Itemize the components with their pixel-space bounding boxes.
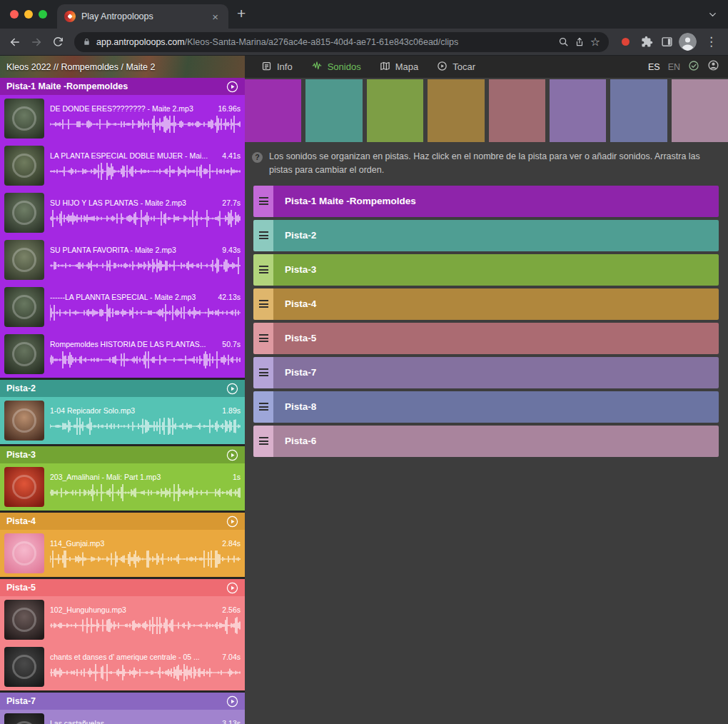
tab-search-chevron-icon[interactable] xyxy=(697,9,728,20)
drag-handle-icon xyxy=(259,368,268,376)
profile-avatar[interactable] xyxy=(679,33,697,51)
back-button[interactable] xyxy=(4,31,26,53)
browser-tab[interactable]: Play Antropoloops × xyxy=(57,4,228,29)
clip-duration: 9.43s xyxy=(222,246,241,254)
lang-es-button[interactable]: ES xyxy=(648,62,660,72)
play-track-button[interactable] xyxy=(226,695,238,708)
track-row[interactable]: Pista-5 xyxy=(253,323,719,354)
clip[interactable]: 114_Gunjai.mp32.84s xyxy=(0,530,245,577)
side-panel-icon[interactable] xyxy=(657,32,677,52)
track-name[interactable]: Pista-4 xyxy=(6,516,36,526)
track-header[interactable]: Pista-3 xyxy=(0,446,245,463)
clip[interactable]: 1-04 Repicador Solo.mp31.89s xyxy=(0,397,245,444)
clip[interactable]: DE DONDE ERES???????? - Maite 2.mp316.96… xyxy=(0,95,245,142)
clip-name: Rompemoldes HISTORIA DE LAS PLANTAS... xyxy=(50,340,218,348)
tab-title: Play Antropoloops xyxy=(81,11,203,21)
track-name[interactable]: Pista-2 xyxy=(6,383,36,393)
reload-button[interactable] xyxy=(47,31,69,53)
track-row[interactable]: Pista-8 xyxy=(253,391,719,423)
clip[interactable]: 102_Hunguhungu.mp32.56s xyxy=(0,596,245,643)
drag-handle[interactable] xyxy=(253,288,273,320)
clip-thumbnail xyxy=(4,467,44,507)
track-row[interactable]: Pista-7 xyxy=(253,357,719,388)
content: Pista-1 Maite -Rompemoldes DE DONDE ERES… xyxy=(0,78,728,724)
breadcrumb[interactable]: Kleos 2022 // Rompemoldes / Maite 2 xyxy=(0,56,245,78)
play-track-button[interactable] xyxy=(226,582,238,594)
clip-duration: 3.13s xyxy=(222,719,241,724)
site-favicon-icon xyxy=(64,11,76,22)
play-circle-icon xyxy=(437,61,448,74)
clip[interactable]: ------LA PLANNTA ESPECIAL - Maite 2.mp34… xyxy=(0,283,245,331)
help-row: ? Los sonidos se organizan en pistas. Ha… xyxy=(245,142,728,181)
drag-handle[interactable] xyxy=(253,426,273,457)
lang-en-button[interactable]: EN xyxy=(668,62,680,72)
clip[interactable]: chants et danses d' amerique centrale - … xyxy=(0,643,245,690)
drag-handle-icon xyxy=(259,300,268,308)
track-name[interactable]: Pista-3 xyxy=(6,450,36,460)
track-name[interactable]: Pista-7 xyxy=(6,696,36,706)
recording-extension-icon[interactable] xyxy=(622,38,630,46)
extensions-puzzle-icon[interactable] xyxy=(637,32,657,52)
track-header[interactable]: Pista-5 xyxy=(0,579,245,596)
window-close-button[interactable] xyxy=(10,10,19,19)
track-header[interactable]: Pista-4 xyxy=(0,513,245,530)
track-row[interactable]: Pista-6 xyxy=(253,426,719,457)
saved-check-icon[interactable] xyxy=(688,60,699,74)
track-section: Pista-7 Las castañuelas3.13s xyxy=(0,693,245,724)
address-bar[interactable]: app.antropoloops.com/Kleos-Santa-Marina/… xyxy=(74,32,609,52)
clip[interactable]: LA PLANTA ESPECIAL DOBLE MUJER - Mai...4… xyxy=(0,142,245,189)
share-icon[interactable] xyxy=(575,36,585,48)
clip[interactable]: SU PLANTA FAVORITA - Maite 2.mp39.43s xyxy=(0,236,245,283)
drag-handle[interactable] xyxy=(253,220,273,251)
clip[interactable]: 203_Amalihani - Mali: Part 1.mp31s xyxy=(0,463,245,511)
play-track-button[interactable] xyxy=(226,449,238,461)
clip-name: 1-04 Repicador Solo.mp3 xyxy=(50,406,218,415)
clip-thumbnail xyxy=(4,401,44,441)
waveform xyxy=(50,616,241,635)
drag-handle[interactable] xyxy=(253,391,273,423)
waveform xyxy=(50,351,241,369)
track-row[interactable]: Pista-1 Maite -Rompemoldes xyxy=(253,186,719,217)
clip-duration: 2.84s xyxy=(222,539,241,548)
track-header[interactable]: Pista-1 Maite -Rompemoldes xyxy=(0,78,245,95)
track-row[interactable]: Pista-3 xyxy=(253,254,719,286)
window-minimize-button[interactable] xyxy=(24,10,33,19)
lock-icon xyxy=(83,37,91,46)
drag-handle[interactable] xyxy=(253,254,273,286)
play-track-button[interactable] xyxy=(226,383,238,395)
track-row[interactable]: Pista-2 xyxy=(253,220,719,251)
play-track-button[interactable] xyxy=(226,516,238,528)
track-name[interactable]: Pista-5 xyxy=(6,583,36,593)
track-name[interactable]: Pista-1 Maite -Rompemoldes xyxy=(6,81,128,91)
track-header[interactable]: Pista-7 xyxy=(0,693,245,710)
drag-handle[interactable] xyxy=(253,186,273,217)
palette-swatch xyxy=(245,79,301,142)
tab-info[interactable]: Info xyxy=(253,56,300,78)
tab-mapa[interactable]: Mapa xyxy=(372,56,427,78)
browser-menu-icon[interactable]: ⋮ xyxy=(699,34,724,49)
new-tab-button[interactable]: + xyxy=(228,6,254,23)
tab-tocar[interactable]: Tocar xyxy=(429,56,483,78)
tab-sonidos[interactable]: Sonidos xyxy=(303,56,369,78)
play-track-button[interactable] xyxy=(226,81,238,93)
app-nav: Info Sonidos Mapa Tocar xyxy=(245,56,483,78)
window-zoom-button[interactable] xyxy=(39,10,47,19)
track-header[interactable]: Pista-2 xyxy=(0,380,245,397)
account-icon[interactable] xyxy=(707,59,719,74)
clip[interactable]: Rompemoldes HISTORIA DE LAS PLANTAS...50… xyxy=(0,331,245,378)
track-row[interactable]: Pista-4 xyxy=(253,288,719,320)
clip[interactable]: Las castañuelas3.13s xyxy=(0,710,245,724)
info-icon xyxy=(261,61,272,74)
help-icon: ? xyxy=(252,152,263,163)
forward-button[interactable] xyxy=(26,31,47,53)
tab-close-icon[interactable]: × xyxy=(209,11,221,23)
drag-handle[interactable] xyxy=(253,357,273,388)
waveform xyxy=(50,550,241,568)
bookmark-star-icon[interactable]: ☆ xyxy=(590,36,600,48)
zoom-icon[interactable] xyxy=(558,36,569,47)
track-section: Pista-3 203_Amalihani - Mali: Part 1.mp3… xyxy=(0,446,245,511)
clip-name: Las castañuelas xyxy=(50,719,218,724)
clip-duration: 4.41s xyxy=(222,151,241,160)
clip[interactable]: SU HIJO Y LAS PLANTAS - Maite 2.mp327.7s xyxy=(0,189,245,236)
drag-handle[interactable] xyxy=(253,323,273,354)
